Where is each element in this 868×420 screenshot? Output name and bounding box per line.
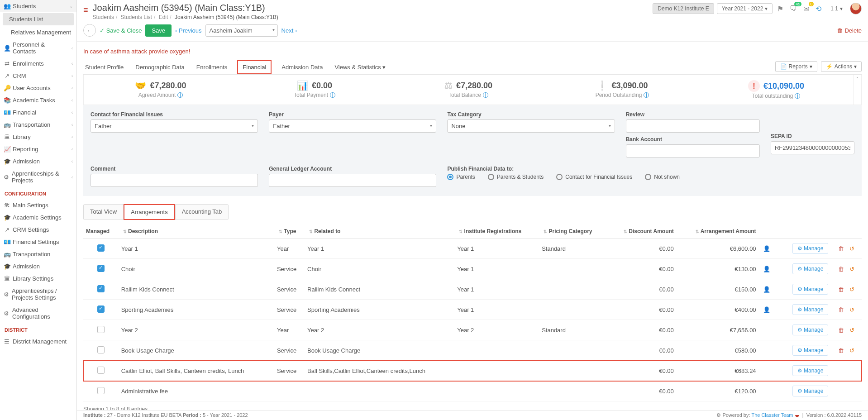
save-close-button[interactable]: ✓ Save & Close (100, 27, 142, 34)
review-input[interactable] (626, 119, 760, 133)
manage-button[interactable]: ⚙ Manage (792, 263, 829, 274)
tab-views-stats[interactable]: Views & Statistics ▾ (333, 60, 387, 74)
collapse-summary[interactable]: ˄ (853, 75, 861, 105)
tab-enrollments[interactable]: Enrollments (195, 60, 229, 74)
student-selector[interactable]: Aasheim Joakim (205, 24, 278, 37)
history-icon[interactable]: ↺ (848, 327, 856, 334)
tax-select[interactable]: None (447, 119, 615, 133)
col-header[interactable]: ⇅ Type (274, 224, 305, 239)
tab-admission-data[interactable]: Admission Data (280, 60, 324, 74)
manage-button[interactable]: ⚙ Manage (792, 365, 829, 376)
crumb[interactable]: Students (93, 14, 114, 20)
sidebar-item[interactable]: 🎓 Admission ‹ (0, 155, 76, 167)
subtab-arrangements[interactable]: Arrangements (124, 204, 175, 220)
sidebar-config-item[interactable]: 🚌 Transportation (0, 248, 76, 260)
menu-toggle-icon[interactable]: ≡ (83, 5, 88, 15)
delete-row-icon[interactable]: 🗑 (836, 245, 846, 252)
sidebar-item-students[interactable]: 👥 Students ⌄ (0, 0, 76, 12)
managed-checkbox[interactable] (97, 346, 105, 353)
col-header[interactable]: ⇅ Pricing Category (539, 224, 607, 239)
manage-button[interactable]: ⚙ Manage (792, 304, 829, 315)
info-icon[interactable]: i (177, 92, 183, 98)
info-icon[interactable]: i (795, 93, 800, 99)
year-selector[interactable]: Year 2021 - 2022 ▾ (717, 3, 773, 14)
managed-checkbox[interactable] (97, 285, 105, 292)
sidebar-item[interactable]: 💶 Financial ‹ (0, 106, 76, 119)
sidebar-item[interactable]: 👤 Personnel & Contacts ‹ (0, 38, 76, 57)
manage-button[interactable]: ⚙ Manage (792, 386, 829, 396)
publish-opt-notshown[interactable]: Not shown (645, 174, 680, 180)
history-icon[interactable]: ↺ (848, 306, 856, 313)
sidebar-sub-students-list[interactable]: Students List (3, 13, 74, 25)
sidebar-item[interactable]: 🏛 Library ‹ (0, 131, 76, 143)
history-icon[interactable]: ↺ (848, 266, 856, 272)
user-icon[interactable]: 👤 (763, 245, 770, 252)
mail-icon[interactable]: ✉0 (801, 4, 811, 14)
crumb[interactable]: Edit (159, 14, 168, 20)
history-icon[interactable]: ↺ (848, 286, 856, 293)
manage-button[interactable]: ⚙ Manage (792, 284, 829, 295)
subtab-total-view[interactable]: Total View (83, 204, 124, 220)
col-header[interactable]: ⇅ Arrangement Amount (677, 224, 759, 239)
manage-button[interactable]: ⚙ Manage (792, 345, 829, 356)
actions-button[interactable]: ⚡ Actions ▾ (821, 61, 862, 72)
managed-checkbox[interactable] (97, 244, 105, 252)
delete-row-icon[interactable]: 🗑 (836, 347, 846, 354)
publish-opt-parents[interactable]: Parents (447, 174, 475, 180)
user-icon[interactable]: 👤 (763, 266, 770, 272)
delete-row-icon[interactable]: 🗑 (836, 306, 846, 313)
sync-icon[interactable]: ⟲ (814, 4, 823, 14)
delete-row-icon[interactable]: 🗑 (836, 327, 846, 334)
managed-checkbox[interactable] (97, 265, 105, 272)
sidebar-config-item[interactable]: ↗ CRM Settings (0, 224, 76, 236)
gl-input[interactable] (269, 174, 436, 187)
managed-checkbox[interactable] (97, 367, 105, 374)
save-button[interactable]: Save (145, 24, 172, 37)
publish-opt-parents-students[interactable]: Parents & Students (488, 174, 544, 180)
history-icon[interactable]: ↺ (848, 245, 856, 252)
sidebar-config-item[interactable]: 💶 Financial Settings (0, 236, 76, 248)
col-header[interactable]: ⇅ Institute Registrations (454, 224, 539, 239)
sidebar-district-item[interactable]: ☰ District Management (0, 335, 76, 348)
delete-button[interactable]: 🗑 Delete (837, 27, 862, 34)
tab-financial[interactable]: Financial (237, 60, 272, 74)
sidebar-config-item[interactable]: ⚙ Advanced Configurations (0, 304, 76, 323)
history-icon[interactable]: ↺ (848, 347, 856, 354)
previous-button[interactable]: ‹ Previous (175, 27, 202, 34)
info-icon[interactable]: i (330, 92, 335, 98)
sidebar-config-item[interactable]: 🎓 Academic Settings (0, 211, 76, 224)
col-header[interactable]: ⇅ Discount Amount (607, 224, 677, 239)
payer-select[interactable]: Father (269, 119, 436, 133)
sidebar-item[interactable]: 📈 Reporting ‹ (0, 143, 76, 155)
managed-checkbox[interactable] (97, 305, 105, 313)
publish-opt-contact[interactable]: Contact for Financial Issues (556, 174, 632, 180)
delete-row-icon[interactable]: 🗑 (836, 266, 846, 272)
next-button[interactable]: Next › (281, 27, 297, 34)
sidebar-sub-relatives[interactable]: Relatives Management (0, 26, 76, 38)
sidebar-item[interactable]: ↗ CRM ‹ (0, 70, 76, 82)
comment-input[interactable] (91, 174, 258, 187)
bank-input[interactable] (626, 144, 760, 158)
col-header[interactable]: ⇅ Related to (305, 224, 454, 239)
messages-icon[interactable]: 🗨45 (788, 4, 799, 14)
user-icon[interactable]: 👤 (763, 286, 770, 293)
sidebar-item[interactable]: ⚙ Apprenticeships & Projects ‹ (0, 167, 76, 186)
sidebar-config-item[interactable]: 🎓 Admission (0, 260, 76, 272)
sidebar-config-item[interactable]: 🏛 Library Settings (0, 272, 76, 285)
info-icon[interactable]: i (644, 92, 649, 98)
manage-button[interactable]: ⚙ Manage (792, 325, 829, 335)
sidebar-item[interactable]: 🚌 Transportation ‹ (0, 119, 76, 131)
crumb[interactable]: Students List (121, 14, 152, 20)
institute-selector[interactable]: Demo K12 Institute E (653, 3, 714, 14)
subtab-accounting[interactable]: Accounting Tab (175, 204, 229, 220)
sidebar-item[interactable]: 🔑 User Accounts ‹ (0, 82, 76, 94)
managed-checkbox[interactable] (97, 326, 105, 333)
back-button[interactable]: ← (83, 24, 96, 37)
col-header[interactable]: ⇅ Description (119, 224, 274, 239)
tab-student-profile[interactable]: Student Profile (83, 60, 125, 74)
delete-row-icon[interactable]: 🗑 (836, 286, 846, 293)
sidebar-item[interactable]: ⇄ Enrollments ‹ (0, 57, 76, 70)
info-icon[interactable]: i (483, 92, 488, 98)
contact-select[interactable]: Father (91, 119, 258, 133)
manage-button[interactable]: ⚙ Manage (792, 243, 829, 254)
